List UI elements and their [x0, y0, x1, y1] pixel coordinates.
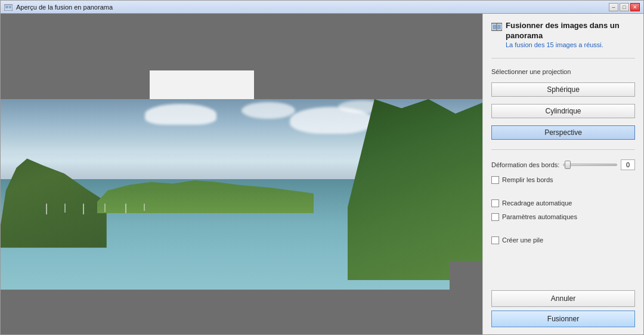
cancel-button[interactable]: Annuler: [491, 290, 635, 307]
window-icon: [4, 4, 13, 11]
mast-4: [104, 204, 106, 212]
panorama-content: [1, 99, 482, 290]
vegetation-right: [348, 99, 482, 280]
right-panel: Fusionner des images dans un panorama La…: [482, 14, 643, 334]
deformation-slider[interactable]: [563, 164, 617, 166]
gray-top: [1, 14, 482, 70]
boats-area: [24, 198, 289, 256]
create-stack-checkbox[interactable]: [491, 236, 499, 244]
projection-label: Sélectionner une projection: [491, 68, 635, 75]
svg-rect-5: [497, 24, 501, 29]
auto-params-row: Paramètres automatiques: [491, 213, 635, 221]
content-area: Fusionner des images dans un panorama La…: [1, 14, 643, 334]
bottom-buttons: Annuler Fusionner: [491, 285, 635, 327]
gray-bottom: [1, 290, 482, 334]
gray-bottom-right: [450, 261, 482, 290]
fill-borders-label: Remplir les bords: [502, 176, 553, 183]
slider-thumb[interactable]: [565, 161, 571, 169]
auto-crop-checkbox[interactable]: [491, 199, 499, 207]
divider-2: [491, 149, 635, 150]
main-window: Aperçu de la fusion en panorama – □ ✕: [0, 0, 644, 335]
panel-title: Fusionner des images dans un panorama: [506, 21, 635, 41]
auto-crop-label: Recadrage automatique: [502, 199, 572, 207]
svg-rect-1: [5, 6, 8, 8]
auto-params-label: Paramètres automatiques: [502, 213, 577, 220]
window-title: Aperçu de la fusion en panorama: [16, 4, 113, 11]
svg-rect-4: [493, 24, 497, 29]
preview-panel: [1, 14, 482, 334]
mast-6: [144, 204, 145, 211]
mast-1: [46, 204, 47, 214]
fill-borders-row: Remplir les bords: [491, 176, 635, 184]
panel-subtitle: La fusion des 15 images a réussi.: [506, 41, 635, 48]
gray-left-strip: [1, 70, 150, 99]
divider-1: [491, 58, 635, 59]
mast-2: [64, 204, 66, 213]
mast-5: [125, 204, 126, 213]
window-controls: – □ ✕: [609, 3, 640, 11]
mast-3: [83, 204, 84, 214]
perspective-button[interactable]: Perspective: [491, 125, 635, 140]
deformation-row: Déformation des bords: 0: [491, 159, 635, 170]
fill-borders-checkbox[interactable]: [491, 176, 499, 184]
minimize-button[interactable]: –: [609, 3, 618, 11]
white-patch: [150, 70, 254, 99]
auto-crop-row: Recadrage automatique: [491, 199, 635, 207]
spherical-button[interactable]: Sphérique: [491, 82, 635, 97]
panel-title-group: Fusionner des images dans un panorama La…: [506, 21, 635, 48]
panel-header: Fusionner des images dans un panorama La…: [491, 21, 635, 48]
maximize-button[interactable]: □: [620, 3, 629, 11]
deformation-value: 0: [621, 159, 635, 170]
svg-rect-2: [9, 6, 11, 8]
create-stack-label: Créer une pile: [502, 236, 543, 244]
title-bar: Aperçu de la fusion en panorama – □ ✕: [1, 1, 643, 14]
cloud-2: [242, 102, 295, 119]
close-button[interactable]: ✕: [630, 3, 640, 11]
merge-button[interactable]: Fusionner: [491, 311, 635, 327]
cylindrical-button[interactable]: Cylindrique: [491, 104, 635, 118]
flex-spacer: [491, 249, 635, 281]
deformation-label: Déformation des bords:: [491, 161, 559, 168]
cloud-1: [145, 104, 216, 125]
create-stack-row: Créer une pile: [491, 236, 635, 244]
gray-right-strip: [254, 70, 482, 99]
panorama-icon: [491, 22, 502, 32]
auto-params-checkbox[interactable]: [491, 213, 499, 221]
